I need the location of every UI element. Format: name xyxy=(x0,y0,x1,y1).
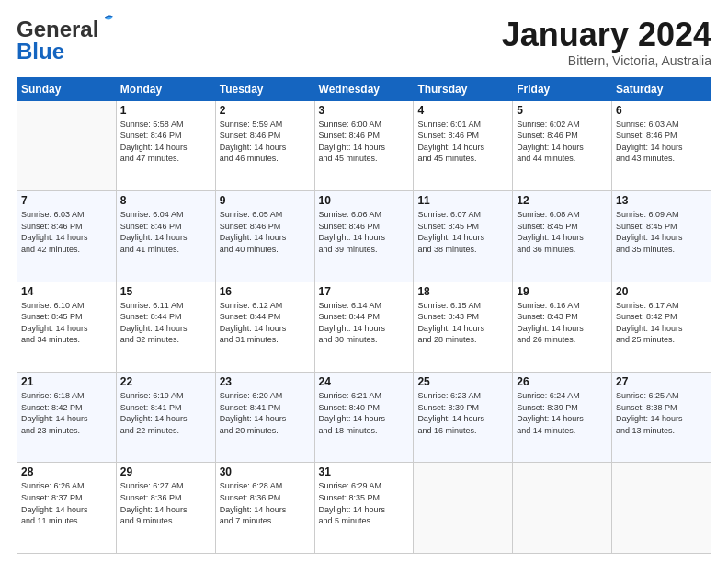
day-number: 22 xyxy=(120,375,211,388)
day-number: 10 xyxy=(319,194,410,207)
calendar-cell: 22Sunrise: 6:19 AMSunset: 8:41 PMDayligh… xyxy=(116,373,215,463)
cell-info: Sunrise: 6:29 AMSunset: 8:35 PMDaylight:… xyxy=(319,480,410,526)
day-number: 31 xyxy=(319,465,410,478)
cell-info: Sunrise: 6:23 AMSunset: 8:39 PMDaylight:… xyxy=(417,390,508,436)
cell-info: Sunrise: 6:18 AMSunset: 8:42 PMDaylight:… xyxy=(21,390,112,436)
cell-info: Sunrise: 6:03 AMSunset: 8:46 PMDaylight:… xyxy=(21,209,112,255)
day-number: 6 xyxy=(616,104,707,117)
weekday-tuesday: Tuesday xyxy=(215,77,314,100)
calendar-cell: 4Sunrise: 6:01 AMSunset: 8:46 PMDaylight… xyxy=(414,100,513,190)
day-number: 7 xyxy=(21,194,112,207)
week-row-4: 21Sunrise: 6:18 AMSunset: 8:42 PMDayligh… xyxy=(17,373,711,463)
page-header: General Blue January 2024 Bittern, Victo… xyxy=(17,17,711,68)
day-number: 25 xyxy=(417,375,508,388)
day-number: 1 xyxy=(120,104,211,117)
day-number: 17 xyxy=(319,285,410,298)
calendar-cell: 14Sunrise: 6:10 AMSunset: 8:45 PMDayligh… xyxy=(17,282,117,372)
day-number: 19 xyxy=(517,285,608,298)
calendar-cell: 15Sunrise: 6:11 AMSunset: 8:44 PMDayligh… xyxy=(116,282,215,372)
weekday-wednesday: Wednesday xyxy=(314,77,414,100)
week-row-1: 1Sunrise: 5:58 AMSunset: 8:46 PMDaylight… xyxy=(17,100,711,190)
calendar-cell: 6Sunrise: 6:03 AMSunset: 8:46 PMDaylight… xyxy=(612,100,711,190)
cell-info: Sunrise: 6:24 AMSunset: 8:39 PMDaylight:… xyxy=(517,390,608,436)
calendar-cell: 21Sunrise: 6:18 AMSunset: 8:42 PMDayligh… xyxy=(17,373,117,463)
cell-info: Sunrise: 6:14 AMSunset: 8:44 PMDaylight:… xyxy=(319,300,410,346)
calendar-cell: 11Sunrise: 6:07 AMSunset: 8:45 PMDayligh… xyxy=(414,191,513,282)
cell-info: Sunrise: 6:12 AMSunset: 8:44 PMDaylight:… xyxy=(220,300,311,346)
cell-info: Sunrise: 6:05 AMSunset: 8:46 PMDaylight:… xyxy=(220,209,311,255)
day-number: 8 xyxy=(120,194,211,207)
calendar-table: SundayMondayTuesdayWednesdayThursdayFrid… xyxy=(17,77,711,554)
calendar-cell: 30Sunrise: 6:28 AMSunset: 8:36 PMDayligh… xyxy=(215,463,314,554)
cell-info: Sunrise: 5:58 AMSunset: 8:46 PMDaylight:… xyxy=(120,119,211,165)
calendar-cell: 13Sunrise: 6:09 AMSunset: 8:45 PMDayligh… xyxy=(612,191,711,282)
cell-info: Sunrise: 6:07 AMSunset: 8:45 PMDaylight:… xyxy=(417,209,508,255)
day-number: 9 xyxy=(220,194,311,207)
day-number: 4 xyxy=(417,104,508,117)
calendar-cell xyxy=(513,463,612,554)
cell-info: Sunrise: 6:28 AMSunset: 8:36 PMDaylight:… xyxy=(220,480,311,526)
calendar-cell xyxy=(17,100,117,190)
weekday-thursday: Thursday xyxy=(414,77,513,100)
cell-info: Sunrise: 6:10 AMSunset: 8:45 PMDaylight:… xyxy=(21,300,112,346)
calendar-cell xyxy=(612,463,711,554)
day-number: 26 xyxy=(517,375,608,388)
day-number: 21 xyxy=(21,375,112,388)
location: Bittern, Victoria, Australia xyxy=(502,53,711,68)
weekday-saturday: Saturday xyxy=(612,77,711,100)
calendar-cell: 16Sunrise: 6:12 AMSunset: 8:44 PMDayligh… xyxy=(215,282,314,372)
calendar-cell: 18Sunrise: 6:15 AMSunset: 8:43 PMDayligh… xyxy=(414,282,513,372)
day-number: 28 xyxy=(21,465,112,478)
cell-info: Sunrise: 6:15 AMSunset: 8:43 PMDaylight:… xyxy=(417,300,508,346)
calendar-cell xyxy=(414,463,513,554)
calendar-cell: 5Sunrise: 6:02 AMSunset: 8:46 PMDaylight… xyxy=(513,100,612,190)
day-number: 18 xyxy=(417,285,508,298)
day-number: 11 xyxy=(417,194,508,207)
cell-info: Sunrise: 5:59 AMSunset: 8:46 PMDaylight:… xyxy=(220,119,311,165)
cell-info: Sunrise: 6:27 AMSunset: 8:36 PMDaylight:… xyxy=(120,480,211,526)
calendar-cell: 24Sunrise: 6:21 AMSunset: 8:40 PMDayligh… xyxy=(314,373,414,463)
calendar-cell: 9Sunrise: 6:05 AMSunset: 8:46 PMDaylight… xyxy=(215,191,314,282)
calendar-cell: 2Sunrise: 5:59 AMSunset: 8:46 PMDaylight… xyxy=(215,100,314,190)
cell-info: Sunrise: 6:04 AMSunset: 8:46 PMDaylight:… xyxy=(120,209,211,255)
calendar-cell: 1Sunrise: 5:58 AMSunset: 8:46 PMDaylight… xyxy=(116,100,215,190)
cell-info: Sunrise: 6:19 AMSunset: 8:41 PMDaylight:… xyxy=(120,390,211,436)
calendar-cell: 29Sunrise: 6:27 AMSunset: 8:36 PMDayligh… xyxy=(116,463,215,554)
cell-info: Sunrise: 6:26 AMSunset: 8:37 PMDaylight:… xyxy=(21,480,112,526)
cell-info: Sunrise: 6:17 AMSunset: 8:42 PMDaylight:… xyxy=(616,300,707,346)
calendar-cell: 19Sunrise: 6:16 AMSunset: 8:43 PMDayligh… xyxy=(513,282,612,372)
cell-info: Sunrise: 6:02 AMSunset: 8:46 PMDaylight:… xyxy=(517,119,608,165)
cell-info: Sunrise: 6:20 AMSunset: 8:41 PMDaylight:… xyxy=(220,390,311,436)
calendar-cell: 3Sunrise: 6:00 AMSunset: 8:46 PMDaylight… xyxy=(314,100,414,190)
calendar-cell: 25Sunrise: 6:23 AMSunset: 8:39 PMDayligh… xyxy=(414,373,513,463)
day-number: 24 xyxy=(319,375,410,388)
day-number: 15 xyxy=(120,285,211,298)
day-number: 27 xyxy=(616,375,707,388)
calendar-cell: 27Sunrise: 6:25 AMSunset: 8:38 PMDayligh… xyxy=(612,373,711,463)
cell-info: Sunrise: 6:21 AMSunset: 8:40 PMDaylight:… xyxy=(319,390,410,436)
logo-blue: Blue xyxy=(17,39,64,64)
month-title: January 2024 xyxy=(502,17,711,53)
day-number: 14 xyxy=(21,285,112,298)
calendar-cell: 26Sunrise: 6:24 AMSunset: 8:39 PMDayligh… xyxy=(513,373,612,463)
logo-general: General xyxy=(17,17,98,41)
week-row-5: 28Sunrise: 6:26 AMSunset: 8:37 PMDayligh… xyxy=(17,463,711,554)
logo-bird-icon xyxy=(97,13,115,31)
logo: General Blue xyxy=(17,17,98,64)
day-number: 23 xyxy=(220,375,311,388)
calendar-cell: 28Sunrise: 6:26 AMSunset: 8:37 PMDayligh… xyxy=(17,463,117,554)
cell-info: Sunrise: 6:09 AMSunset: 8:45 PMDaylight:… xyxy=(616,209,707,255)
calendar-cell: 17Sunrise: 6:14 AMSunset: 8:44 PMDayligh… xyxy=(314,282,414,372)
calendar-cell: 12Sunrise: 6:08 AMSunset: 8:45 PMDayligh… xyxy=(513,191,612,282)
cell-info: Sunrise: 6:01 AMSunset: 8:46 PMDaylight:… xyxy=(417,119,508,165)
weekday-friday: Friday xyxy=(513,77,612,100)
cell-info: Sunrise: 6:16 AMSunset: 8:43 PMDaylight:… xyxy=(517,300,608,346)
day-number: 3 xyxy=(319,104,410,117)
day-number: 20 xyxy=(616,285,707,298)
cell-info: Sunrise: 6:11 AMSunset: 8:44 PMDaylight:… xyxy=(120,300,211,346)
title-block: January 2024 Bittern, Victoria, Australi… xyxy=(502,17,711,68)
week-row-2: 7Sunrise: 6:03 AMSunset: 8:46 PMDaylight… xyxy=(17,191,711,282)
calendar-cell: 7Sunrise: 6:03 AMSunset: 8:46 PMDaylight… xyxy=(17,191,117,282)
weekday-sunday: Sunday xyxy=(17,77,117,100)
cell-info: Sunrise: 6:08 AMSunset: 8:45 PMDaylight:… xyxy=(517,209,608,255)
